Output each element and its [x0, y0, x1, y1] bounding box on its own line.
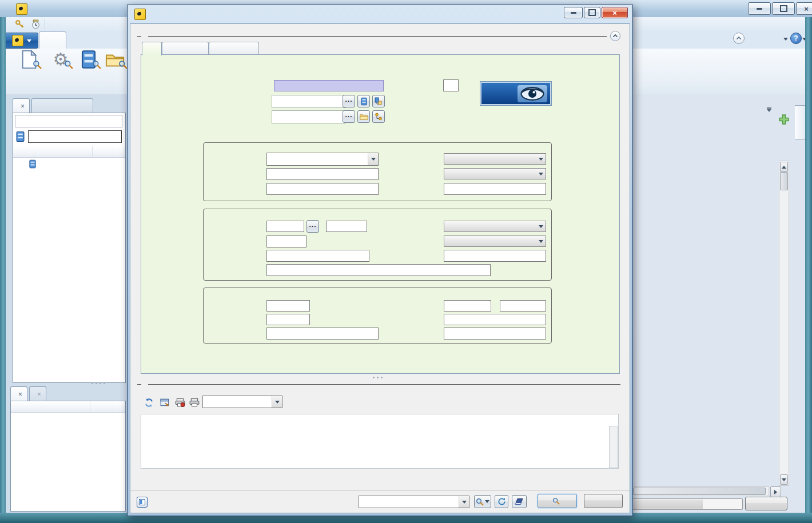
folder-number-field[interactable] — [272, 110, 346, 123]
designation1-combobox[interactable] — [266, 153, 379, 166]
collapse-panel-icon[interactable] — [765, 107, 773, 114]
result-scrollbar[interactable] — [609, 426, 618, 468]
based-on-input[interactable] — [444, 328, 546, 340]
dialog-icon — [134, 9, 146, 20]
quick-search-combobox[interactable] — [359, 496, 469, 508]
clear-button[interactable] — [512, 495, 527, 508]
dialog-cancel-button[interactable] — [584, 494, 623, 508]
tab-project-explorer[interactable] — [13, 98, 30, 113]
article-number-input[interactable] — [274, 80, 384, 91]
ribbon-button-parts[interactable]: ⚙ — [48, 49, 73, 85]
chevron-down-icon[interactable] — [368, 153, 378, 165]
dialog-maximize-button[interactable] — [584, 7, 600, 18]
scroll-thumb[interactable] — [780, 172, 788, 190]
material-browse-button[interactable] — [307, 220, 319, 233]
reload-button[interactable] — [495, 495, 508, 508]
tab-part[interactable] — [142, 42, 162, 55]
help-button[interactable]: ? — [790, 33, 802, 44]
material-input[interactable] — [266, 221, 304, 232]
scroll-down-button[interactable] — [780, 474, 788, 485]
project-structure-button[interactable] — [372, 95, 385, 107]
dialog-close-button[interactable]: × — [602, 7, 628, 18]
collapse-search-conditions-button[interactable] — [610, 31, 620, 41]
tab-miscellaneous[interactable] — [209, 42, 259, 55]
index-creator-input[interactable] — [266, 300, 310, 312]
resourcing-dropdown[interactable] — [444, 235, 546, 247]
maximize-button[interactable] — [772, 2, 795, 15]
tab-properties[interactable] — [10, 386, 27, 401]
tab-product-explorer[interactable] — [31, 98, 93, 113]
ribbon-tab-output[interactable] — [98, 31, 128, 49]
dialog-splitter[interactable] — [373, 377, 383, 378]
tab-close-icon[interactable] — [18, 391, 22, 398]
project-row[interactable] — [13, 159, 125, 171]
designation2-input[interactable] — [266, 168, 379, 180]
horizontal-scrollbar[interactable] — [632, 486, 769, 496]
column-header-project-type[interactable] — [93, 146, 125, 158]
index-date-input[interactable] — [266, 314, 310, 325]
export-results-button[interactable] — [160, 396, 175, 409]
detail-side-tab[interactable] — [795, 105, 806, 139]
drawing-input[interactable] — [444, 183, 546, 195]
dialog-minimize-button[interactable] — [564, 7, 583, 18]
created-input-2[interactable] — [500, 300, 546, 312]
ribbon-button-documents[interactable] — [13, 49, 46, 85]
chevron-down-icon[interactable] — [272, 396, 282, 408]
tab-graphics[interactable] — [29, 386, 46, 401]
minimize-button[interactable] — [748, 2, 771, 15]
project-browse-button[interactable] — [343, 95, 355, 107]
panel-splitter[interactable] — [91, 382, 105, 384]
explorer-find-input[interactable] — [15, 115, 122, 127]
material-name-input[interactable] — [326, 221, 367, 232]
folder-browse-button[interactable] — [343, 110, 355, 123]
release-dropdown[interactable] — [444, 153, 546, 165]
part-type-dropdown[interactable] — [444, 168, 546, 179]
folder-structure-button[interactable] — [372, 110, 385, 123]
folder-select-button[interactable] — [357, 110, 370, 123]
add-button[interactable] — [778, 113, 790, 126]
chevron-down-icon[interactable] — [459, 496, 469, 508]
order-quantity-dropdown[interactable] — [444, 221, 546, 232]
close-button[interactable]: × — [796, 2, 812, 15]
origin-input[interactable] — [444, 314, 546, 325]
comment-input[interactable] — [266, 264, 491, 276]
tab-close-icon[interactable] — [37, 391, 41, 398]
session-clock-button[interactable] — [31, 19, 41, 31]
created-input[interactable] — [444, 300, 491, 312]
tab-close-icon[interactable] — [21, 103, 25, 110]
view-dropdown-icon[interactable] — [783, 38, 788, 41]
progress-bar — [632, 498, 743, 510]
project-number-field[interactable] — [272, 95, 346, 108]
index-input[interactable] — [443, 79, 459, 91]
refresh-icon — [144, 398, 154, 408]
print-pdf-button[interactable] — [175, 396, 190, 409]
text-input[interactable] — [266, 328, 379, 340]
find-button[interactable] — [538, 494, 577, 508]
vertical-scrollbar[interactable] — [779, 161, 789, 486]
dimensions-input[interactable] — [266, 250, 369, 262]
result-view-combobox[interactable] — [202, 396, 282, 408]
project-select-button[interactable] — [357, 95, 370, 107]
scroll-up-button[interactable] — [780, 162, 788, 172]
form-view-button[interactable] — [137, 497, 148, 508]
order-note-input[interactable] — [444, 250, 546, 262]
standard-input[interactable] — [266, 183, 379, 195]
app-menu-button[interactable] — [5, 33, 38, 49]
search-cancel-button[interactable] — [745, 497, 787, 510]
collapse-ribbon-button[interactable] — [733, 33, 745, 44]
magnifier-icon — [552, 497, 560, 505]
column-header-name[interactable] — [13, 146, 93, 158]
weight-input[interactable] — [266, 235, 307, 247]
quick-search-button[interactable] — [474, 495, 491, 508]
refresh-results-button[interactable] — [144, 396, 159, 409]
ribbon-tab-input[interactable] — [67, 31, 96, 49]
login-key-button[interactable] — [15, 19, 25, 31]
tab-classification[interactable] — [162, 42, 209, 55]
column-header-description[interactable] — [11, 401, 90, 413]
dialog-titlebar[interactable]: × — [128, 5, 632, 23]
scroll-thumb[interactable] — [633, 488, 766, 495]
ribbon-tab-find[interactable] — [39, 31, 66, 49]
column-header-value[interactable] — [90, 401, 125, 413]
project-search-input[interactable] — [28, 130, 122, 143]
scroll-right-button[interactable] — [770, 486, 781, 497]
